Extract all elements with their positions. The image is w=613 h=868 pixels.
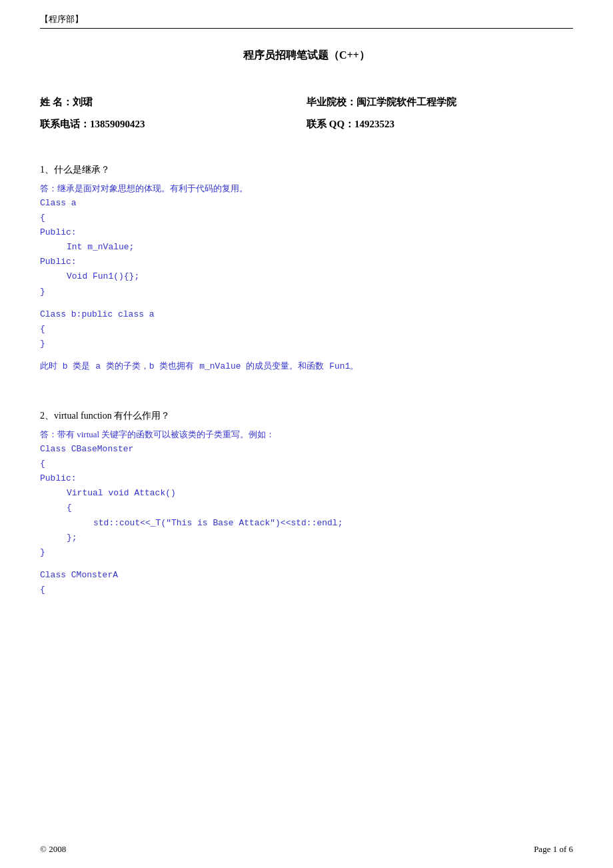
- code-line: }: [40, 545, 573, 560]
- code-line: }: [40, 285, 573, 299]
- code-line: Class a: [40, 196, 573, 211]
- copyright: © 2008: [40, 844, 66, 855]
- qq-field: 联系 QQ：14923523: [306, 118, 573, 131]
- code-line: Virtual void Attack(): [40, 486, 573, 501]
- code-block-2: Class CBaseMonster { Public: Virtual voi…: [40, 442, 573, 597]
- code-line: Class CMonsterA: [40, 568, 573, 583]
- code-line: Class b:public class a: [40, 307, 573, 322]
- school-field: 毕业院校：闽江学院软件工程学院: [306, 96, 573, 109]
- info-section: 姓 名：刘珺 毕业院校：闽江学院软件工程学院 联系电话：13859090423 …: [40, 96, 573, 131]
- page-title: 程序员招聘笔试题（C++）: [40, 49, 573, 63]
- code-line: Public:: [40, 471, 573, 486]
- phone-field: 联系电话：13859090423: [40, 118, 306, 131]
- code-line: Public:: [40, 255, 573, 269]
- header-label: 【程序部】: [40, 13, 83, 25]
- code-line: {: [40, 583, 573, 597]
- page-number: Page 1 of 6: [534, 844, 573, 855]
- code-line: Class CBaseMonster: [40, 442, 573, 457]
- page-container: 【程序部】 程序员招聘笔试题（C++） 姓 名：刘珺 毕业院校：闽江学院软件工程…: [0, 0, 613, 640]
- footer: © 2008 Page 1 of 6: [40, 844, 573, 855]
- code-line: std::cout<<_T("This is Base Attack")<<st…: [40, 516, 573, 531]
- question-1-block: 1、什么是继承？ 答：继承是面对对象思想的体现。有利于代码的复用。 Class …: [40, 164, 573, 374]
- code-line: {: [40, 322, 573, 337]
- code-line: }: [40, 337, 573, 351]
- info-row-2: 联系电话：13859090423 联系 QQ：14923523: [40, 118, 573, 131]
- question-2-text: 2、virtual function 有什么作用？: [40, 410, 573, 422]
- header-bar: 【程序部】: [40, 13, 573, 29]
- answer-1-text: 答：继承是面对对象思想的体现。有利于代码的复用。: [40, 183, 573, 195]
- code-line: {: [40, 211, 573, 225]
- code-block-1: Class a { Public: Int m_nValue; Public: …: [40, 196, 573, 374]
- code-line: };: [40, 531, 573, 545]
- info-row-1: 姓 名：刘珺 毕业院校：闽江学院软件工程学院: [40, 96, 573, 109]
- code-line: Int m_nValue;: [40, 240, 573, 255]
- answer-2-text: 答：带有 virtual 关键字的函数可以被该类的子类重写。例如：: [40, 429, 573, 441]
- question-2-block: 2、virtual function 有什么作用？ 答：带有 virtual 关…: [40, 410, 573, 597]
- code-line: {: [40, 457, 573, 471]
- code-summary-1: 此时 b 类是 a 类的子类，b 类也拥有 m_nValue 的成员变量。和函数…: [40, 359, 573, 374]
- code-line: Public:: [40, 225, 573, 240]
- question-1-text: 1、什么是继承？: [40, 164, 573, 176]
- name-field: 姓 名：刘珺: [40, 96, 306, 109]
- code-line: Void Fun1(){};: [40, 269, 573, 284]
- code-line: {: [40, 501, 573, 515]
